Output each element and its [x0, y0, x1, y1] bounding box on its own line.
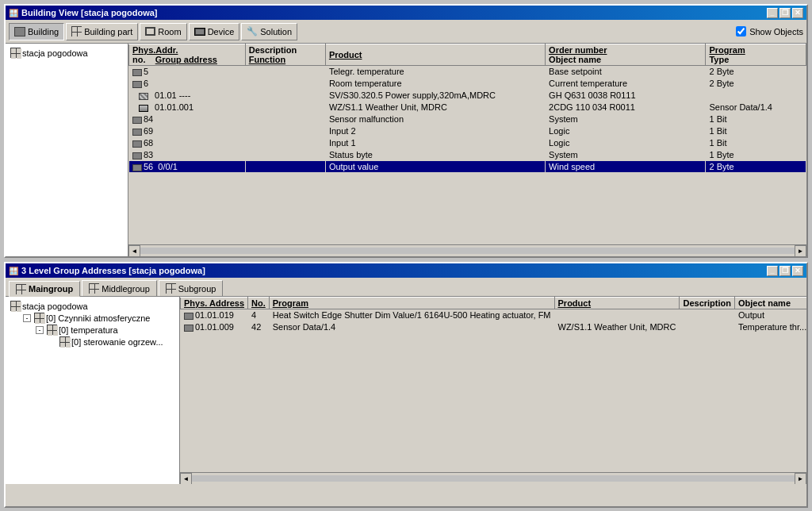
row-phys-addr: 83: [129, 149, 246, 161]
group-scroll-track[interactable]: [192, 475, 795, 482]
group-window-title: 3 Level Group Addresses [stacja pogodowa…: [21, 266, 205, 275]
show-objects-label: Show Objects: [749, 27, 803, 36]
solution-button[interactable]: 🔧 Solution: [241, 23, 297, 40]
building-table-row[interactable]: 01.01.001 WZ/S1.1 Weather Unit, MDRC 2CD…: [129, 102, 806, 113]
row-program: 2 Byte: [706, 78, 806, 90]
building-table-body: 5 Telegr. temperature Base setpoint 2 By…: [129, 66, 806, 173]
row-program: [706, 90, 806, 102]
row-function: Sensor malfunction: [325, 113, 545, 125]
group-tree-node-0-0-row[interactable]: - [0] temperatura: [36, 324, 176, 336]
building-window-titlebar: 🪟 Building View [stacja pogodowa] _ ❐ ✕: [6, 6, 806, 20]
group-tree-leaf-row[interactable]: [0] sterowanie ogrzew...: [48, 336, 176, 348]
leaf-icon: [59, 336, 70, 347]
row-order-name: 2CDG 110 034 R0011: [546, 102, 706, 113]
row-order-name: System: [546, 113, 706, 125]
middlegroup-tab-label: Middlegroup: [102, 284, 150, 294]
group-root-icon: [10, 301, 21, 311]
row-phys-addr: 69: [129, 125, 246, 137]
building-table-row[interactable]: 68 Input 1 Logic 1 Bit: [129, 137, 806, 149]
expand-btn-0[interactable]: -: [23, 314, 31, 322]
building-icon: [14, 27, 25, 36]
row-phys-addr: 5: [129, 66, 246, 78]
col-order-number: Order number Object name: [546, 44, 706, 66]
row-program: 2 Byte: [706, 66, 806, 78]
group-scroll-left[interactable]: ◄: [180, 473, 192, 485]
row-description: [245, 66, 325, 78]
group-table-row[interactable]: 01.01.009 42 Sensor Data/1.4 WZ/S1.1 Wea…: [181, 321, 807, 333]
group-tree-panel: stacja pogodowa - [0] Czynniki atmosfery…: [6, 297, 180, 484]
row-icon: [132, 69, 142, 76]
building-toolbar: Building Building part Room Device 🔧 Sol…: [6, 20, 806, 44]
row-phys-addr: 01.01.001: [129, 102, 246, 113]
group-row-program: Sensor Data/1.4: [269, 321, 554, 333]
building-window-title: Building View [stacja pogodowa]: [21, 8, 158, 17]
row-program: 2 Byte: [706, 161, 806, 173]
row-icon: [132, 129, 142, 136]
building-window: 🪟 Building View [stacja pogodowa] _ ❐ ✕ …: [4, 4, 808, 258]
building-tab-button[interactable]: Building: [9, 23, 64, 40]
building-table-row[interactable]: 69 Input 2 Logic 1 Bit: [129, 125, 806, 137]
maingroup-tab-icon: [16, 284, 26, 294]
row-device-icon: [139, 105, 148, 112]
expand-btn-0-0[interactable]: -: [36, 326, 44, 334]
row-order-name: Wind speed: [546, 161, 706, 173]
building-table-row[interactable]: 56 0/0/1 Output value Wind speed 2 Byte: [129, 161, 806, 173]
building-table-row[interactable]: 83 Status byte System 1 Byte: [129, 149, 806, 161]
group-tree-node-0-row[interactable]: - [0] Czynniki atmosferyczne: [23, 312, 176, 324]
row-icon: [184, 313, 193, 320]
node-0-label: [0] Czynniki atmosferyczne: [46, 313, 150, 323]
row-icon: [132, 164, 142, 171]
group-tree-node-0-0: - [0] temperatura: [36, 324, 176, 348]
group-tree-root-container: stacja pogodowa - [0] Czynniki atmosfery…: [9, 300, 176, 348]
building-window-icon: 🪟: [9, 9, 18, 17]
group-minimize-button[interactable]: _: [767, 266, 778, 276]
building-label: Building: [28, 27, 59, 36]
building-table-row[interactable]: 6 Room temperature Current temperature 2…: [129, 78, 806, 90]
row-function: Room temperature: [325, 78, 545, 90]
tab-middlegroup[interactable]: Middlegroup: [82, 280, 157, 296]
building-scroll-track[interactable]: [140, 248, 795, 254]
subgroup-tab-icon: [166, 283, 176, 294]
show-objects-checkbox[interactable]: [736, 26, 746, 36]
group-row-phys-addr: 01.01.009: [181, 321, 248, 333]
building-part-icon: [71, 26, 82, 36]
group-table-scroll[interactable]: Phys. Address No. Program Product: [180, 297, 806, 472]
minimize-button[interactable]: _: [767, 8, 778, 18]
building-table-row[interactable]: 01.01 ---- SV/S30.320.5 Power supply,320…: [129, 90, 806, 102]
row-icon: [132, 152, 142, 159]
group-tree-root-label: stacja pogodowa: [22, 302, 88, 311]
group-addresses-window: 🪟 3 Level Group Addresses [stacja pogodo…: [4, 262, 808, 508]
device-button[interactable]: Device: [189, 23, 240, 40]
building-table-row[interactable]: 84 Sensor malfunction System 1 Bit: [129, 113, 806, 125]
building-scroll-right[interactable]: ►: [795, 245, 806, 257]
building-table-scroll[interactable]: Phys.Addr. no. Group address Description…: [128, 44, 806, 244]
group-table-row[interactable]: 01.01.019 4 Heat Switch Edge Shutter Dim…: [181, 309, 807, 321]
row-function: SV/S30.320.5 Power supply,320mA,MDRC: [325, 90, 545, 102]
group-tab-bar: Maingroup Middlegroup Subgroup: [6, 278, 806, 296]
device-label: Device: [208, 27, 235, 36]
group-scroll-right[interactable]: ►: [795, 473, 806, 485]
group-tree-root-row[interactable]: stacja pogodowa: [10, 300, 176, 312]
building-hscroll[interactable]: ◄ ►: [128, 244, 806, 256]
group-close-button[interactable]: ✕: [792, 266, 803, 276]
building-part-button[interactable]: Building part: [66, 23, 138, 40]
tab-maingroup[interactable]: Maingroup: [9, 281, 80, 297]
room-button[interactable]: Room: [140, 23, 186, 40]
row-phys-addr: 6: [129, 78, 246, 90]
building-tree-root[interactable]: stacja pogodowa: [9, 47, 124, 59]
building-table-row[interactable]: 5 Telegr. temperature Base setpoint 2 By…: [129, 66, 806, 78]
group-restore-button[interactable]: ❐: [779, 266, 791, 276]
show-objects-checkbox-label[interactable]: Show Objects: [736, 26, 803, 36]
group-row-no: 42: [248, 321, 270, 333]
group-row-program: Heat Switch Edge Shutter Dim Value/1 616…: [269, 309, 554, 321]
node-0-0-label: [0] temperatura: [59, 325, 118, 335]
row-function: Status byte: [325, 149, 545, 161]
building-scroll-left[interactable]: ◄: [128, 245, 140, 257]
close-button[interactable]: ✕: [792, 8, 803, 18]
restore-button[interactable]: ❐: [779, 8, 791, 18]
row-icon: [139, 93, 148, 100]
tab-subgroup[interactable]: Subgroup: [159, 280, 224, 296]
group-hscroll[interactable]: ◄ ►: [180, 472, 806, 484]
node-0-children: - [0] temperatura: [23, 324, 176, 348]
group-content: stacja pogodowa - [0] Czynniki atmosfery…: [6, 297, 806, 484]
